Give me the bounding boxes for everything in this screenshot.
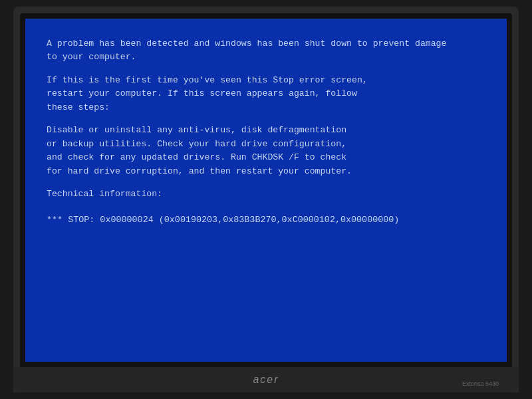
laptop-brand: acer (253, 374, 279, 386)
laptop-body: A problem has been detected and windows … (13, 7, 519, 392)
bsod-second-paragraph: If this is the first time you've seen th… (47, 74, 485, 114)
laptop-model: Extensa 5430 (462, 380, 499, 387)
bsod-stop-code: *** STOP: 0x00000024 (0x00190203,0x83B3B… (47, 213, 485, 227)
bsod-first-paragraph: A problem has been detected and windows … (47, 37, 485, 65)
laptop-bottom-bar: acer Extensa 5430 (13, 367, 519, 392)
bsod-screen: A problem has been detected and windows … (25, 19, 507, 362)
bsod-technical-label: Technical information: (47, 188, 485, 201)
bsod-third-paragraph: Disable or uninstall any anti-virus, dis… (47, 124, 485, 178)
screen-bezel: A problem has been detected and windows … (20, 13, 512, 367)
